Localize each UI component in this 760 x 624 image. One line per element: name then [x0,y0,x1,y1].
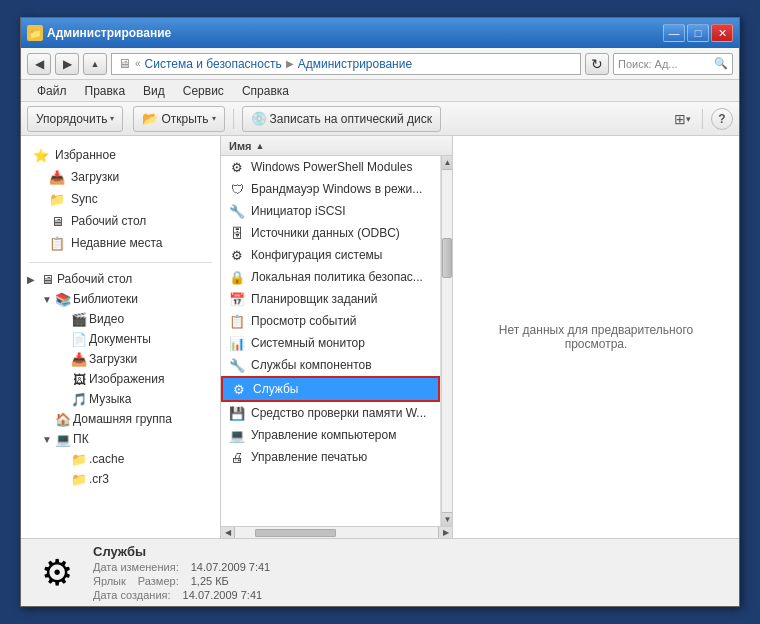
minimize-button[interactable]: — [663,24,685,42]
up-button[interactable]: ▲ [83,53,107,75]
sidebar-tree-music[interactable]: 🎵 Музыка [21,389,220,409]
file-icon: ⚙ [229,159,245,175]
cache-icon: 📁 [71,451,87,467]
file-item[interactable]: 🔒Локальная политика безопас... [221,266,440,288]
file-label: Брандмауэр Windows в режи... [251,182,422,196]
help-button[interactable]: ? [711,108,733,130]
path-part1[interactable]: Система и безопасность [145,57,282,71]
toggle-video [57,313,69,325]
status-file-icon: ⚙ [33,549,81,597]
sidebar-label-downloads: Загрузки [71,170,119,184]
file-item[interactable]: ⚙Конфигурация системы [221,244,440,266]
title-controls: — □ ✕ [663,24,733,42]
status-date-created: 14.07.2009 7:41 [183,589,263,601]
file-item[interactable]: ⚙Windows PowerShell Modules [221,156,440,178]
sidebar-label-sync: Sync [71,192,98,206]
scroll-track[interactable] [442,170,452,512]
sidebar-tree-images[interactable]: 🖼 Изображения [21,369,220,389]
status-row2: Ярлык Размер: 1,25 КБ [93,575,270,587]
sidebar-tree-desktop[interactable]: ▶ 🖥 Рабочий стол [21,269,220,289]
status-row3: Дата создания: 14.07.2009 7:41 [93,589,270,601]
file-item[interactable]: ⚙Службы [221,376,440,402]
scroll-up-button[interactable]: ▲ [442,156,453,170]
forward-button[interactable]: ▶ [55,53,79,75]
sidebar-tree-libraries[interactable]: ▼ 📚 Библиотеки [21,289,220,309]
hscroll-right[interactable]: ▶ [438,527,452,539]
title-bar: 📁 Администрирование — □ ✕ [21,18,739,48]
hscroll-thumb[interactable] [255,529,336,537]
sidebar-tree-cache[interactable]: 📁 .cache [21,449,220,469]
organize-button[interactable]: Упорядочить ▾ [27,106,123,132]
menu-edit[interactable]: Правка [77,82,134,100]
view-toggle-button[interactable]: ⊞ ▾ [670,108,694,130]
path-part2[interactable]: Администрирование [298,57,412,71]
close-button[interactable]: ✕ [711,24,733,42]
sidebar-item-desktop-fav[interactable]: 🖥 Рабочий стол [21,210,220,232]
menu-help[interactable]: Справка [234,82,297,100]
menu-view[interactable]: Вид [135,82,173,100]
file-label: Управление компьютером [251,428,396,442]
file-item[interactable]: 🖨Управление печатью [221,446,440,468]
scroll-down-button[interactable]: ▼ [442,512,453,526]
file-item[interactable]: 🗄Источники данных (ODBC) [221,222,440,244]
file-label: Инициатор iSCSI [251,204,346,218]
back-button[interactable]: ◀ [27,53,51,75]
recent-icon: 📋 [49,235,65,251]
file-item[interactable]: 🛡Брандмауэр Windows в режи... [221,178,440,200]
status-date-modified-label: Дата изменения: [93,561,179,573]
menu-service[interactable]: Сервис [175,82,232,100]
horizontal-scrollbar[interactable]: ◀ ▶ [221,526,452,538]
toggle-libraries[interactable]: ▼ [41,293,53,305]
file-item[interactable]: 📅Планировщик заданий [221,288,440,310]
file-list: ⚙Windows PowerShell Modules🛡Брандмауэр W… [221,156,441,526]
sidebar-tree-cr3[interactable]: 📁 .cr3 [21,469,220,489]
sidebar-item-recent[interactable]: 📋 Недавние места [21,232,220,254]
tree-label-pc: ПК [73,432,89,446]
hscroll-left[interactable]: ◀ [221,527,235,539]
file-label: Конфигурация системы [251,248,382,262]
menu-file[interactable]: Файл [29,82,75,100]
toggle-dl [57,353,69,365]
file-icon: 📊 [229,335,245,351]
scroll-bar[interactable]: ▲ ▼ [441,156,452,526]
sidebar-tree-video[interactable]: 🎬 Видео [21,309,220,329]
burn-label: Записать на оптический диск [270,112,433,126]
column-header-name[interactable]: Имя ▲ [221,136,452,156]
refresh-button[interactable]: ↻ [585,53,609,75]
organize-label: Упорядочить [36,112,107,126]
sidebar-item-sync[interactable]: 📁 Sync [21,188,220,210]
sidebar-item-favorites[interactable]: ⭐ Избранное [21,144,220,166]
sidebar-tree-dl[interactable]: 📥 Загрузки [21,349,220,369]
search-box[interactable]: Поиск: Ад... 🔍 [613,53,733,75]
status-row1: Дата изменения: 14.07.2009 7:41 [93,561,270,573]
toggle-desktop[interactable]: ▶ [25,273,37,285]
file-item[interactable]: 🔧Службы компонентов [221,354,440,376]
sidebar-tree-homegroup[interactable]: 🏠 Домашняя группа [21,409,220,429]
address-path[interactable]: 🖥 « Система и безопасность ▶ Администрир… [111,53,581,75]
file-label: Источники данных (ODBC) [251,226,400,240]
file-item[interactable]: 🔧Инициатор iSCSI [221,200,440,222]
favorites-icon: ⭐ [33,147,49,163]
view-icon: ⊞ [674,111,686,127]
status-file-name: Службы [93,544,270,559]
file-item[interactable]: 📊Системный монитор [221,332,440,354]
file-item[interactable]: 💻Управление компьютером [221,424,440,446]
toggle-pc[interactable]: ▼ [41,433,53,445]
path-sep2: ▶ [286,58,294,69]
maximize-button[interactable]: □ [687,24,709,42]
toggle-cr3 [57,473,69,485]
sidebar-item-downloads[interactable]: 📥 Загрузки [21,166,220,188]
status-date-created-label: Дата создания: [93,589,171,601]
file-icon: 📋 [229,313,245,329]
sidebar-tree-docs[interactable]: 📄 Документы [21,329,220,349]
file-item[interactable]: 💾Средство проверки памяти W... [221,402,440,424]
file-icon: 🖨 [229,449,245,465]
file-item[interactable]: 📋Просмотр событий [221,310,440,332]
video-icon: 🎬 [71,311,87,327]
sidebar-tree-pc[interactable]: ▼ 💻 ПК [21,429,220,449]
burn-button[interactable]: 💿 Записать на оптический диск [242,106,442,132]
scroll-thumb[interactable] [442,238,452,278]
file-icon: 📅 [229,291,245,307]
search-icon[interactable]: 🔍 [714,57,728,70]
open-button[interactable]: 📂 Открыть ▾ [133,106,224,132]
